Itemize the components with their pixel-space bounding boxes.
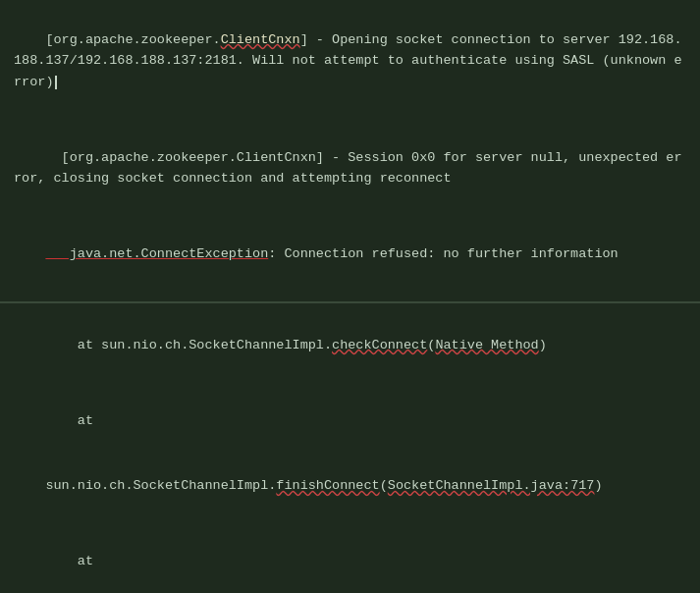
log-line-1: [org.apache.zookeeper.ClientCnxn] - Open…: [14, 8, 686, 114]
stack-prefix-3: sun.nio.ch.SocketChannelImpl.: [45, 478, 276, 493]
socket-channel-impl-link: SocketChannelImpl.java:717: [388, 478, 595, 493]
stack-at-2: at: [45, 413, 93, 428]
stack-paren-3: (: [380, 478, 388, 493]
stack-line-2: at: [14, 389, 686, 453]
cursor: [55, 76, 57, 89]
connect-exception-link: java.net.ConnectException: [45, 246, 268, 261]
stack-line-3: sun.nio.ch.SocketChannelImpl.finishConne…: [14, 455, 686, 518]
log-prefix-1: [org.apache.zookeeper.: [45, 32, 220, 47]
native-method-link: Native Method: [435, 338, 538, 352]
log-line-3: java.net.ConnectException: Connection re…: [14, 222, 686, 286]
client-cnxn-link-1: ClientCnxn: [221, 32, 300, 47]
bottom-panel: at sun.nio.ch.SocketChannelImpl.checkCon…: [0, 303, 700, 593]
stack-line-4: at: [14, 529, 686, 593]
check-connect-method: checkConnect: [332, 338, 427, 352]
top-panel: [org.apache.zookeeper.ClientCnxn] - Open…: [0, 0, 700, 303]
connect-exception-rest: : Connection refused: no further informa…: [268, 246, 618, 261]
stack-prefix-1: at sun.nio.ch.SocketChannelImpl.: [45, 338, 332, 352]
stack-at-4: at: [45, 554, 93, 568]
log-line-2: [org.apache.zookeeper.ClientCnxn] - Sess…: [14, 126, 686, 210]
finish-connect-method: finishConnect: [276, 478, 379, 493]
stack-close-3: ): [594, 478, 602, 493]
log-text-2: [org.apache.zookeeper.ClientCnxn] - Sess…: [14, 150, 682, 187]
stack-close-1: ): [539, 338, 547, 352]
stack-line-1: at sun.nio.ch.SocketChannelImpl.checkCon…: [14, 313, 686, 377]
